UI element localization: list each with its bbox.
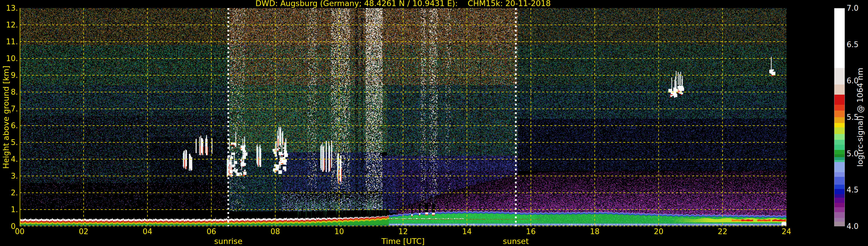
x-tick-label: 06 (207, 227, 216, 236)
sunset-annotation: sunset (503, 237, 529, 246)
colorbar-tick-label: 7.0 (846, 4, 859, 12)
y-tick-label: 11. (0, 38, 18, 46)
x-tick-label: 24 (781, 227, 791, 236)
x-tick-label: 18 (590, 227, 599, 236)
colorbar-label: log(rc-signal) @ 1064 nm (856, 68, 865, 167)
x-tick-label: 00 (15, 227, 24, 236)
x-tick-label: 10 (335, 227, 344, 236)
x-tick-label: 12 (398, 227, 408, 236)
colorbar-tick-label: 6.5 (846, 40, 859, 49)
page-title: DWD: Augsburg (Germany; 48.4261 N / 10.9… (20, 0, 786, 8)
x-tick-label: 22 (718, 227, 727, 236)
y-tick-label: 3. (0, 172, 18, 180)
colorbar-tick-label: 4.0 (846, 222, 859, 230)
x-tick-label: 14 (462, 227, 472, 236)
ceilometer-heatmap-canvas (20, 8, 786, 226)
colorbar (834, 8, 845, 226)
y-tick-label: 13. (0, 4, 18, 12)
colorbar-tick-label: 4.5 (846, 186, 859, 194)
app: { "title": {"text": "DWD: Augsburg (Germ… (0, 0, 868, 246)
y-axis-label: Height above ground [km] (1, 66, 10, 169)
x-axis-label: Time [UTC] (381, 237, 425, 246)
x-tick-label: 16 (526, 227, 535, 236)
x-tick-label: 02 (79, 227, 88, 236)
x-tick-label: 20 (654, 227, 663, 236)
y-tick-label: 10. (0, 54, 18, 63)
sunrise-annotation: sunrise (214, 237, 243, 246)
y-tick-label: 2. (0, 189, 18, 197)
y-tick-label: 12. (0, 21, 18, 29)
y-tick-label: 1. (0, 206, 18, 214)
x-tick-label: 08 (271, 227, 280, 236)
x-tick-label: 04 (143, 227, 152, 236)
